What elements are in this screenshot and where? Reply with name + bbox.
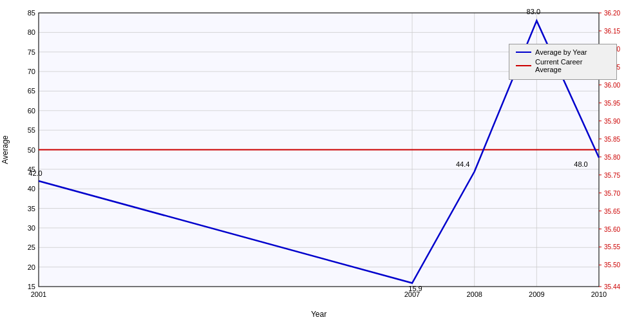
svg-text:44.4: 44.4	[456, 160, 469, 168]
svg-text:35.95: 35.95	[604, 100, 620, 107]
svg-text:35.70: 35.70	[604, 190, 620, 197]
svg-text:60: 60	[28, 107, 35, 115]
svg-text:2009: 2009	[529, 290, 544, 298]
svg-text:85: 85	[28, 9, 35, 17]
svg-text:35.80: 35.80	[604, 154, 620, 161]
legend-avg-by-year: Average by Year	[516, 48, 610, 56]
legend-career-avg: Current Career Average	[516, 58, 610, 73]
legend-career-label: Current Career Average	[535, 58, 610, 73]
legend-avg-label: Average by Year	[535, 48, 587, 56]
svg-text:35.44: 35.44	[604, 283, 620, 290]
svg-text:20: 20	[28, 263, 35, 271]
svg-text:Year: Year	[311, 310, 327, 319]
svg-text:83.0: 83.0	[527, 8, 540, 15]
svg-text:55: 55	[28, 126, 35, 134]
svg-text:35.55: 35.55	[604, 243, 620, 251]
svg-text:25: 25	[28, 243, 35, 251]
svg-text:2010: 2010	[591, 290, 607, 298]
svg-text:35.85: 35.85	[604, 136, 620, 143]
svg-text:35.75: 35.75	[604, 172, 620, 179]
svg-text:80: 80	[28, 28, 35, 36]
svg-text:42.0: 42.0	[28, 169, 42, 177]
svg-text:Average: Average	[1, 135, 10, 164]
svg-text:2008: 2008	[466, 290, 482, 298]
legend-box: Average by Year Current Career Average	[509, 44, 617, 80]
svg-text:48.0: 48.0	[574, 160, 587, 168]
svg-text:40: 40	[28, 185, 35, 193]
svg-text:36.00: 36.00	[604, 82, 620, 89]
svg-text:2001: 2001	[31, 290, 46, 298]
svg-text:30: 30	[28, 224, 35, 232]
svg-text:35.50: 35.50	[604, 261, 620, 269]
svg-text:35.60: 35.60	[604, 226, 620, 233]
svg-text:36.20: 36.20	[604, 10, 620, 17]
svg-text:36.15: 36.15	[604, 28, 620, 35]
svg-text:15.9: 15.9	[408, 285, 422, 292]
svg-text:75: 75	[28, 48, 35, 56]
svg-text:70: 70	[28, 68, 35, 75]
svg-text:35.65: 35.65	[604, 208, 620, 215]
svg-text:50: 50	[28, 146, 35, 154]
legend-red-line	[516, 65, 531, 66]
svg-text:35: 35	[28, 205, 35, 213]
svg-text:15: 15	[28, 283, 35, 290]
chart-container: 1520253035404550556065707580852001200720…	[0, 0, 644, 322]
legend-blue-line	[516, 52, 531, 53]
svg-text:35.90: 35.90	[604, 118, 620, 125]
svg-text:65: 65	[28, 87, 35, 95]
